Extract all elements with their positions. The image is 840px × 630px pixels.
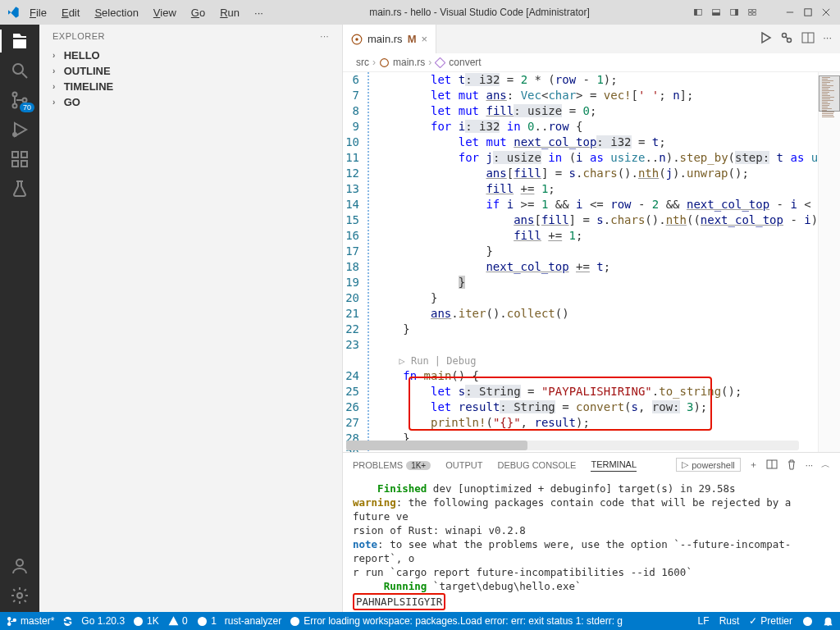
debug-icon[interactable] xyxy=(780,31,793,47)
tree-outline[interactable]: › OUTLINE xyxy=(46,63,336,79)
svg-rect-7 xyxy=(753,9,756,11)
svg-point-37 xyxy=(8,623,11,625)
title-bar: File Edit Selection View Go Run ··· main… xyxy=(0,0,840,25)
maximize-icon[interactable] xyxy=(801,4,815,21)
rust-file-icon xyxy=(379,57,390,68)
close-icon[interactable] xyxy=(819,4,833,21)
svg-rect-8 xyxy=(749,13,752,16)
sb-eol[interactable]: LF xyxy=(698,615,710,627)
annotation-box-output: PAHNAPLSIIGYIR xyxy=(353,593,445,610)
activity-bar: 70 xyxy=(0,25,39,612)
sb-errors[interactable]: 1K 0 1 xyxy=(133,615,217,627)
svg-point-29 xyxy=(788,39,792,43)
svg-point-36 xyxy=(8,617,11,619)
shell-picker[interactable]: ▷ powershell xyxy=(676,458,741,472)
extensions-icon[interactable] xyxy=(10,149,30,169)
testing-icon[interactable] xyxy=(10,179,30,199)
menu-edit[interactable]: Edit xyxy=(57,5,84,21)
svg-point-16 xyxy=(13,93,17,97)
sidebar-more-icon[interactable]: ··· xyxy=(320,31,329,41)
sidebar-title: EXPLORER xyxy=(52,31,105,41)
horizontal-scrollbar[interactable] xyxy=(346,441,799,450)
run-debug-icon[interactable] xyxy=(10,120,30,139)
sidebar: EXPLORER ··· › HELLO › OUTLINE › TIMELIN… xyxy=(39,25,343,612)
svg-rect-3 xyxy=(713,13,720,16)
svg-point-28 xyxy=(783,34,787,38)
tab-row: main.rs M × ··· xyxy=(343,25,840,53)
rust-file-icon xyxy=(351,34,363,45)
more-icon[interactable]: ··· xyxy=(823,31,832,47)
svg-rect-33 xyxy=(436,57,445,67)
sb-prettier[interactable]: ✓ Prettier xyxy=(749,615,792,627)
minimap[interactable] xyxy=(818,72,840,452)
explorer-icon[interactable] xyxy=(10,31,30,51)
window-title: main.rs - hello - Visual Studio Code [Ad… xyxy=(273,7,686,18)
svg-point-18 xyxy=(23,98,27,103)
svg-rect-21 xyxy=(12,161,18,167)
tab-terminal[interactable]: TERMINAL xyxy=(591,458,637,472)
terminal[interactable]: Finished dev [unoptimized + debuginfo] t… xyxy=(343,477,840,612)
sb-error-msg[interactable]: Error loading workspace: packages.Load e… xyxy=(290,615,623,627)
tree-hello[interactable]: › HELLO xyxy=(46,48,336,63)
minimize-icon[interactable] xyxy=(783,4,797,21)
tab-output[interactable]: OUTPUT xyxy=(445,459,482,472)
tab-debug-console[interactable]: DEBUG CONSOLE xyxy=(497,459,576,472)
tree-timeline[interactable]: › TIMELINE xyxy=(46,79,336,94)
sb-go[interactable]: Go 1.20.3 xyxy=(81,615,125,627)
svg-point-24 xyxy=(16,559,23,566)
source-control-icon[interactable]: 70 xyxy=(10,90,30,110)
svg-rect-6 xyxy=(749,9,752,11)
layout-panel-icon[interactable] xyxy=(709,3,724,21)
panel-more-icon[interactable]: ··· xyxy=(806,460,813,470)
accounts-icon[interactable] xyxy=(10,556,30,576)
sb-rust-analyzer[interactable]: rust-analyzer xyxy=(225,615,281,627)
tab-problems[interactable]: PROBLEMS1K+ xyxy=(353,459,431,472)
layout-customize-icon[interactable] xyxy=(745,3,760,21)
settings-gear-icon[interactable] xyxy=(10,586,30,605)
svg-point-25 xyxy=(17,593,22,598)
split-icon[interactable] xyxy=(801,31,815,47)
tab-close-icon[interactable]: × xyxy=(421,33,427,45)
svg-point-32 xyxy=(381,58,389,66)
run-icon[interactable] xyxy=(759,31,772,47)
tab-main-rs[interactable]: main.rs M × xyxy=(343,25,436,53)
sb-notifications-icon[interactable] xyxy=(823,616,833,627)
svg-rect-1 xyxy=(695,9,697,15)
sb-lang[interactable]: Rust xyxy=(719,615,740,627)
menu-file[interactable]: File xyxy=(25,5,52,21)
svg-rect-11 xyxy=(805,9,811,16)
new-terminal-icon[interactable]: ＋ xyxy=(749,459,758,471)
svg-rect-23 xyxy=(21,152,27,158)
svg-rect-5 xyxy=(735,9,737,15)
menu-go[interactable]: Go xyxy=(186,5,210,21)
split-terminal-icon[interactable] xyxy=(766,459,778,472)
menu-selection[interactable]: Selection xyxy=(89,5,143,21)
svg-point-17 xyxy=(13,104,17,108)
menu-overflow[interactable]: ··· xyxy=(249,5,268,21)
sb-sync[interactable] xyxy=(62,616,73,627)
menu-view[interactable]: View xyxy=(148,5,181,21)
breadcrumbs[interactable]: src› main.rs› convert xyxy=(343,53,840,72)
annotation-box-editor xyxy=(409,377,712,431)
panel: PROBLEMS1K+ OUTPUT DEBUG CONSOLE TERMINA… xyxy=(343,452,840,612)
scm-badge: 70 xyxy=(20,103,34,112)
function-icon xyxy=(435,57,445,68)
sb-feedback-icon[interactable] xyxy=(802,616,813,627)
menu-run[interactable]: Run xyxy=(215,5,244,21)
svg-point-44 xyxy=(202,623,203,623)
svg-point-14 xyxy=(13,64,23,74)
vscode-logo-icon xyxy=(7,6,20,19)
sb-branch[interactable]: master* xyxy=(7,615,54,627)
search-icon[interactable] xyxy=(10,61,30,80)
layout-primary-icon[interactable] xyxy=(691,3,705,21)
layout-secondary-icon[interactable] xyxy=(727,3,742,21)
code-editor[interactable]: 6789101112131415161718192021222324252627… xyxy=(343,72,840,452)
svg-point-19 xyxy=(12,132,17,137)
status-bar: master* Go 1.20.3 1K 0 1 rust-analyzer E… xyxy=(0,612,840,630)
svg-rect-22 xyxy=(21,161,27,167)
tree-go[interactable]: › GO xyxy=(46,94,336,110)
maximize-panel-icon[interactable]: ︿ xyxy=(821,459,830,471)
editor-area: main.rs M × ··· src› main.rs› convert 67… xyxy=(343,25,840,612)
svg-rect-9 xyxy=(753,13,756,16)
kill-terminal-icon[interactable] xyxy=(786,459,797,472)
